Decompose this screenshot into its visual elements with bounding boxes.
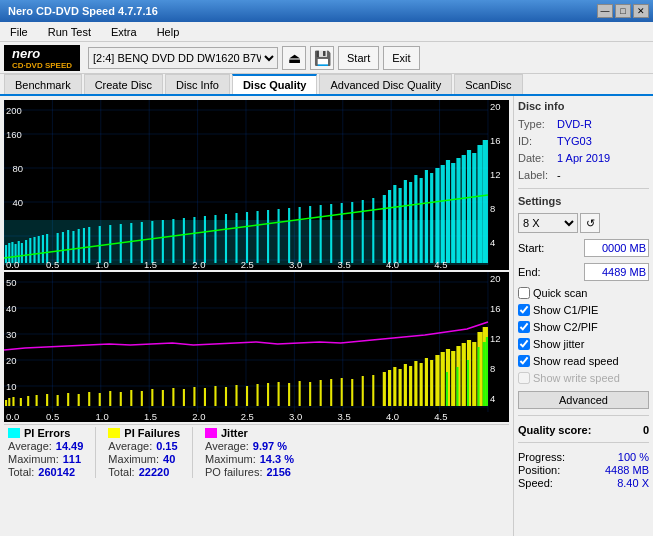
window-controls: — □ ✕ [597, 4, 649, 18]
eject-icon-button[interactable]: ⏏ [282, 46, 306, 70]
start-input[interactable] [584, 239, 649, 257]
advanced-button[interactable]: Advanced [518, 391, 649, 409]
svg-rect-32 [62, 232, 64, 263]
disc-type-row: Type: DVD-R [518, 118, 649, 130]
minimize-button[interactable]: — [597, 4, 613, 18]
svg-rect-45 [172, 219, 174, 263]
id-label: ID: [518, 135, 553, 147]
svg-rect-47 [193, 217, 195, 263]
app-logo: nero CD·DVD SPEED [4, 45, 80, 71]
svg-rect-30 [46, 234, 48, 263]
svg-text:1.5: 1.5 [144, 260, 157, 270]
svg-rect-129 [57, 395, 59, 406]
svg-rect-82 [472, 153, 476, 263]
pi-errors-stats: PI Errors Average: 14.49 Maximum: 111 To… [8, 427, 83, 478]
show-c2pif-checkbox[interactable] [518, 321, 530, 333]
speed-display-value: 8.40 X [617, 477, 649, 489]
save-icon-button[interactable]: 💾 [310, 46, 334, 70]
svg-rect-173 [451, 351, 455, 406]
svg-text:0.0: 0.0 [6, 412, 19, 422]
svg-rect-25 [25, 240, 27, 263]
svg-rect-143 [204, 388, 206, 406]
progress-label: Progress: [518, 451, 565, 463]
menu-help[interactable]: Help [151, 24, 186, 40]
drive-selector[interactable]: [2:4] BENQ DVD DD DW1620 B7W9 [88, 47, 278, 69]
separator-3 [518, 442, 649, 443]
svg-text:40: 40 [6, 304, 17, 314]
svg-rect-180 [446, 372, 448, 406]
show-jitter-checkbox[interactable] [518, 338, 530, 350]
svg-rect-59 [320, 205, 322, 263]
show-write-speed-checkbox[interactable] [518, 372, 530, 384]
svg-rect-42 [141, 222, 143, 263]
speed-display-label: Speed: [518, 477, 553, 489]
svg-text:1.0: 1.0 [96, 260, 109, 270]
quality-score-label: Quality score: [518, 424, 591, 436]
end-row: End: [518, 263, 649, 281]
quick-scan-checkbox[interactable] [518, 287, 530, 299]
tab-benchmark[interactable]: Benchmark [4, 74, 82, 94]
svg-rect-152 [299, 381, 301, 406]
svg-rect-165 [409, 366, 412, 406]
svg-rect-57 [299, 207, 301, 263]
quick-scan-row: Quick scan [518, 287, 649, 299]
speed-selector[interactable]: 8 X [518, 213, 578, 233]
svg-rect-70 [409, 182, 412, 263]
exit-button[interactable]: Exit [383, 46, 419, 70]
divider-1 [95, 427, 96, 478]
tab-scandisc[interactable]: ScanDisc [454, 74, 522, 94]
pi-errors-title: PI Errors [24, 427, 70, 439]
tab-advanced-disc-quality[interactable]: Advanced Disc Quality [319, 74, 452, 94]
svg-text:0.0: 0.0 [6, 260, 19, 270]
svg-rect-62 [351, 202, 353, 263]
svg-rect-43 [151, 221, 153, 263]
end-input[interactable] [584, 263, 649, 281]
svg-rect-34 [72, 231, 74, 263]
svg-text:4: 4 [490, 238, 495, 248]
svg-rect-134 [109, 391, 111, 406]
title-bar: Nero CD-DVD Speed 4.7.7.16 — □ ✕ [0, 0, 653, 22]
svg-rect-72 [420, 178, 423, 263]
jitter-max-value: 14.3 % [260, 453, 294, 465]
start-button[interactable]: Start [338, 46, 379, 70]
top-chart: 200 160 80 40 20 16 12 8 4 0.0 0.5 1.0 1… [4, 100, 509, 270]
svg-rect-71 [414, 175, 417, 263]
disc-label-row: Label: - [518, 169, 649, 181]
pi-avg-label: Average: [8, 440, 52, 452]
svg-rect-26 [29, 238, 31, 263]
maximize-button[interactable]: □ [615, 4, 631, 18]
menu-extra[interactable]: Extra [105, 24, 143, 40]
svg-rect-131 [78, 394, 80, 406]
show-c1pie-checkbox[interactable] [518, 304, 530, 316]
svg-rect-160 [383, 372, 386, 406]
tab-create-disc[interactable]: Create Disc [84, 74, 163, 94]
close-button[interactable]: ✕ [633, 4, 649, 18]
svg-rect-37 [88, 227, 90, 263]
label-label: Label: [518, 169, 553, 181]
tab-disc-info[interactable]: Disc Info [165, 74, 230, 94]
svg-rect-54 [267, 210, 269, 263]
svg-rect-184 [483, 342, 486, 406]
show-c1pie-row: Show C1/PIE [518, 304, 649, 316]
svg-rect-125 [20, 398, 22, 406]
svg-rect-60 [330, 204, 332, 263]
svg-rect-29 [42, 235, 44, 263]
menu-run-test[interactable]: Run Test [42, 24, 97, 40]
tab-disc-quality[interactable]: Disc Quality [232, 74, 318, 94]
svg-rect-141 [183, 389, 185, 406]
svg-rect-78 [451, 163, 455, 263]
menu-file[interactable]: File [4, 24, 34, 40]
svg-text:12: 12 [490, 170, 501, 180]
jitter-avg-label: Average: [205, 440, 249, 452]
svg-text:12: 12 [490, 334, 501, 344]
show-c2pif-row: Show C2/PIF [518, 321, 649, 333]
show-jitter-row: Show jitter [518, 338, 649, 350]
type-value: DVD-R [557, 118, 592, 130]
show-read-speed-checkbox[interactable] [518, 355, 530, 367]
refresh-icon-button[interactable]: ↺ [580, 213, 600, 233]
po-failures-label: PO failures: [205, 466, 262, 478]
svg-text:16: 16 [490, 136, 501, 146]
toolbar: nero CD·DVD SPEED [2:4] BENQ DVD DD DW16… [0, 42, 653, 74]
menu-bar: File Run Test Extra Help [0, 22, 653, 42]
show-write-speed-label: Show write speed [533, 372, 620, 384]
